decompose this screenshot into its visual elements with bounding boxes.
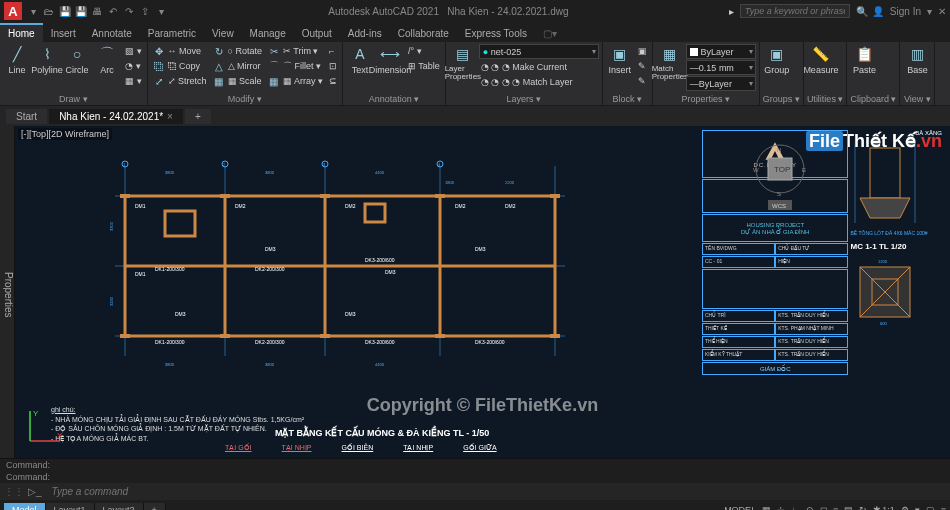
insert-button[interactable]: ▣Insert [606,44,634,75]
tab-express[interactable]: Express Tools [457,25,535,42]
qat-more-icon[interactable]: ▾ [154,4,168,18]
tab-home[interactable]: Home [0,23,43,42]
command-handle-icon[interactable]: ⋮⋮ [4,486,24,497]
panel-title-layers[interactable]: Layers ▾ [449,93,599,105]
linetype-combo[interactable]: — ByLayer [686,76,756,91]
grid-icon[interactable]: ▦ [762,505,771,510]
tab-start[interactable]: Start [6,109,47,124]
polyline-button[interactable]: ⌇Polyline [33,44,61,75]
svg-text:TOP: TOP [774,165,790,174]
panel-title-draw[interactable]: Draw ▾ [3,93,144,105]
app-menu-icon[interactable]: ✕ [938,6,946,17]
arc-button[interactable]: ⌒Arc [93,44,121,75]
workspace-icon[interactable]: ▾ [915,505,920,510]
tab-manage[interactable]: Manage [242,25,294,42]
trim-button[interactable]: ✂✂ Trim ▾ [266,44,325,58]
paste-button[interactable]: 📋Paste [850,44,878,75]
cycle-icon[interactable]: ↻ [859,505,867,510]
table-button[interactable]: ⊞ Table [406,59,442,73]
qat-plot-icon[interactable]: 🖶 [90,4,104,18]
layer-props-button[interactable]: ▤Layer Properties [449,44,477,81]
command-line: Command: Command: ⋮⋮ ▷_ [0,458,950,500]
signin-icon[interactable]: 👤 [872,6,884,17]
leader-button[interactable]: /° ▾ [406,44,442,58]
qat-redo-icon[interactable]: ↷ [122,4,136,18]
panel-title-block[interactable]: Block ▾ [606,93,649,105]
dimension-button[interactable]: ⟷Dimension [376,44,404,75]
trans-icon[interactable]: ▤ [844,505,853,510]
qat-undo-icon[interactable]: ↶ [106,4,120,18]
close-icon[interactable]: × [167,111,173,122]
line-button[interactable]: ╱Line [3,44,31,75]
tab-view[interactable]: View [204,25,242,42]
tab-annotate[interactable]: Annotate [84,25,140,42]
fillet-button[interactable]: ⌒⌒ Fillet ▾ [266,59,325,73]
mirror-button[interactable]: △△ Mirror [211,59,264,73]
gear-icon[interactable]: ⚙ [901,505,909,510]
title-text: Autodesk AutoCAD 2021 Nha Kien - 24.02.2… [172,6,725,17]
tab-parametric[interactable]: Parametric [140,25,204,42]
layout-2[interactable]: Layout2 [95,503,144,510]
rotate-button[interactable]: ↻○ Rotate [211,44,264,58]
drawing-canvas[interactable]: [-][Top][2D Wireframe] FileThiết Kế.vn [15,126,950,458]
tab-collaborate[interactable]: Collaborate [390,25,457,42]
svg-text:3300: 3300 [109,221,114,231]
copy-button[interactable]: ⿻⿻ Copy [151,59,209,73]
command-input[interactable] [46,484,946,499]
tab-featured[interactable]: ▢▾ [535,25,565,42]
draw-more[interactable]: ▧ ▾ [123,44,144,58]
viewcube[interactable]: TOP NS WE WCS [750,144,810,216]
snap-icon[interactable]: ⊹ [777,505,785,510]
help-caret-icon[interactable]: ▸ [729,6,734,17]
measure-button[interactable]: 📏Measure [807,44,835,75]
group-button[interactable]: ▣Group [763,44,791,75]
group-icon: ▣ [767,44,787,64]
tab-document[interactable]: Nha Kien - 24.02.2021*× [49,109,183,124]
dropdown-icon[interactable]: ▾ [927,6,932,17]
svg-text:3800: 3800 [165,170,175,175]
annoscale[interactable]: ✱ 1:1 [873,505,895,510]
tab-insert[interactable]: Insert [43,25,84,42]
stretch-button[interactable]: ⤢⤢ Stretch [151,74,209,88]
panel-annotation: AText ⟷Dimension /° ▾ ⊞ Table Annotation… [343,42,446,105]
custom-icon[interactable]: ≡ [941,505,946,510]
help-search-input[interactable] [740,4,850,18]
lwdisplay-icon[interactable]: ≡ [833,505,838,510]
qat-share-icon[interactable]: ⇪ [138,4,152,18]
make-current-button[interactable]: ◔ ◔ ◔ Make Current [479,60,599,74]
qat-new-icon[interactable]: ▾ [26,4,40,18]
panel-title-annot[interactable]: Annotation ▾ [346,93,442,105]
layout-model[interactable]: Model [4,503,46,510]
layer-combo[interactable]: ● net-025 [479,44,599,59]
ortho-icon[interactable]: ∟ [791,505,800,510]
tab-output[interactable]: Output [294,25,340,42]
osnap-icon[interactable]: ◻ [820,505,827,510]
viewport-label[interactable]: [-][Top][2D Wireframe] [18,128,112,140]
scale-button[interactable]: ▦▦ Scale [211,74,264,88]
status-model[interactable]: MODEL [724,505,756,510]
match-props-button[interactable]: ▦Match Properties [656,44,684,81]
search-icon[interactable]: 🔍 [856,6,868,17]
arc-icon: ⌒ [97,44,117,64]
color-combo[interactable]: ByLayer [686,44,756,59]
move-button[interactable]: ✥↔ Move [151,44,209,58]
app-logo[interactable]: A [4,2,22,20]
signin-link[interactable]: Sign In [890,6,921,17]
qat-save-icon[interactable]: 💾 [58,4,72,18]
tab-new[interactable]: + [185,109,211,124]
polar-icon[interactable]: ⊙ [806,505,814,510]
clean-icon[interactable]: ▢ [926,505,935,510]
qat-saveas-icon[interactable]: 💾 [74,4,88,18]
layout-add[interactable]: + [144,503,166,510]
panel-title-props[interactable]: Properties ▾ [656,93,756,105]
panel-title-modify[interactable]: Modify ▾ [151,93,339,105]
properties-palette-tab[interactable]: Properties [0,126,15,458]
layout-1[interactable]: Layout1 [46,503,95,510]
match-layer-button[interactable]: ◔ ◔ ◔ ◔ Match Layer [479,75,599,89]
tab-addins[interactable]: Add-ins [340,25,390,42]
circle-button[interactable]: ○Circle [63,44,91,75]
lineweight-combo[interactable]: — 0.15 mm [686,60,756,75]
array-button[interactable]: ▦▦ Array ▾ [266,74,325,88]
base-button[interactable]: ▥Base [903,44,931,75]
qat-open-icon[interactable]: 🗁 [42,4,56,18]
